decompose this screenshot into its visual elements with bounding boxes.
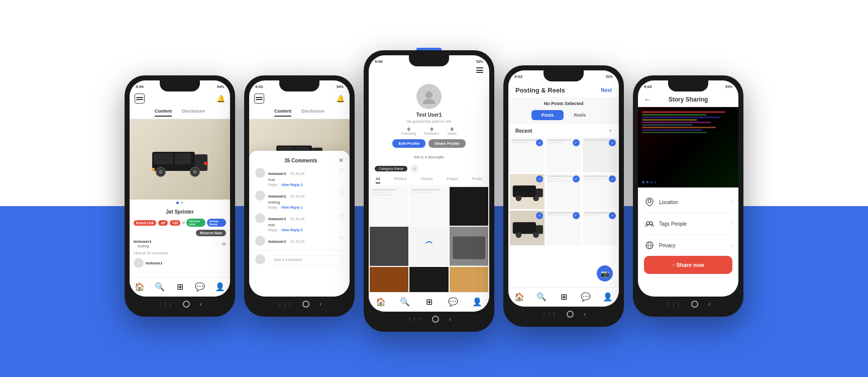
event-badge[interactable]: Event Link	[134, 220, 156, 226]
option-tags[interactable]: Tags People ›	[644, 213, 732, 235]
dropdown-icon-4[interactable]: ▾	[609, 127, 612, 134]
edit-profile-btn[interactable]: Edit Profile	[392, 139, 425, 148]
next-btn[interactable]: Next	[601, 87, 612, 93]
category-badge-3[interactable]: Category Name	[375, 166, 407, 171]
tab-content-1[interactable]: Content	[155, 109, 172, 117]
android-home-5[interactable]	[691, 301, 698, 308]
search-icon-4[interactable]: 🔍	[536, 292, 547, 302]
status-icons-3: 52%	[476, 60, 483, 63]
home-icon-4[interactable]: 🏠	[514, 292, 524, 302]
code-overlay	[638, 107, 738, 187]
posts-tab[interactable]: Posts	[531, 110, 564, 120]
android-home-4[interactable]	[567, 311, 574, 318]
grid-cell-9[interactable]: ✓	[583, 211, 617, 245]
bottom-nav-3: 🏠 🔍 ⊞ 💬 👤	[369, 292, 489, 312]
close-comments-btn[interactable]: ✕	[339, 157, 344, 164]
add-icon-1[interactable]: ⊞	[175, 281, 185, 292]
like-btn-2[interactable]: ♡	[339, 191, 344, 196]
tab-disclosure-2[interactable]: Disclosure	[301, 109, 324, 117]
android-menu-1[interactable]: ⋮⋮⋮	[158, 302, 173, 307]
like-btn-1[interactable]: ♡	[339, 168, 344, 173]
android-menu-4[interactable]: ⋮⋮⋮	[541, 312, 557, 317]
menu-icon-1[interactable]	[135, 93, 145, 104]
share-profile-btn[interactable]: Share Profile	[428, 139, 465, 148]
like-btn-3[interactable]: ♡	[339, 213, 344, 219]
profile-icon-4[interactable]: 👤	[603, 292, 613, 302]
home-icon-3[interactable]: 🏠	[376, 297, 386, 307]
android-home-1[interactable]	[183, 301, 190, 308]
comment-input-field[interactable]: Add a comment...	[268, 255, 344, 264]
bell-icon-1[interactable]: 🔔	[216, 95, 225, 103]
notch-2	[279, 80, 319, 91]
add-icon-3[interactable]: ⊞	[424, 297, 434, 307]
android-back-5[interactable]: ‹	[708, 301, 710, 308]
chat-icon-1[interactable]: 💬	[195, 281, 205, 292]
status-icons-5: 53%	[725, 85, 732, 88]
photo-cell-3	[450, 187, 488, 226]
profile-icon-3[interactable]: 👤	[472, 297, 482, 307]
grid-cell-7[interactable]: ✓	[510, 211, 545, 245]
view-comments-1[interactable]: View all 35 comments	[130, 250, 230, 256]
option-location[interactable]: Location ›	[644, 192, 732, 213]
profile-icon-1[interactable]: 👤	[215, 281, 225, 292]
comment-user-3: testuser1	[268, 217, 286, 221]
grid-cell-5[interactable]: ✓	[546, 174, 581, 209]
grid-cell-4[interactable]: ✓	[510, 174, 545, 209]
tab-photos[interactable]: Photos	[394, 176, 407, 183]
grid-cell-8[interactable]: ✓	[546, 211, 581, 245]
heart-icon-1[interactable]: ♡	[215, 241, 220, 247]
reply-btn-2[interactable]: Reply	[268, 206, 277, 209]
android-back-1[interactable]: ‹	[200, 301, 202, 308]
xfl-badge[interactable]: xfl	[158, 220, 167, 226]
location-chevron: ›	[730, 199, 732, 206]
search-icon-1[interactable]: 🔍	[155, 281, 165, 292]
home-icon-1[interactable]: 🏠	[135, 281, 145, 292]
tab-content-2[interactable]: Content	[274, 109, 291, 117]
hamburger-icon-3[interactable]	[476, 67, 483, 73]
reply-btn-3[interactable]: Reply	[268, 228, 277, 232]
view-reply-3[interactable]: View Reply 2	[281, 228, 303, 232]
view-reply-2[interactable]: View Reply 1	[281, 206, 303, 209]
option-privacy[interactable]: Privacy ›	[644, 235, 732, 256]
view-reply-1[interactable]: View Reply 2	[281, 183, 303, 186]
chat-icon-4[interactable]: 💬	[581, 292, 591, 302]
tab-posts[interactable]: Posts	[472, 176, 482, 183]
reels-tab[interactable]: Reels	[564, 110, 596, 120]
grid-cell-3[interactable]: ✓	[583, 138, 617, 172]
android-menu-2[interactable]: ⋮⋮⋮	[277, 302, 292, 307]
android-menu-3[interactable]: ⋮⋮⋮	[407, 317, 422, 322]
plus-badge[interactable]: +20	[170, 220, 181, 226]
add-icon-4[interactable]: ⊞	[559, 292, 569, 302]
camera-fab[interactable]: 📷	[597, 265, 613, 281]
grid-cell-1[interactable]: ✓	[510, 138, 545, 172]
like-btn-4[interactable]: ♡	[339, 236, 344, 241]
reserve-btn[interactable]: Reserve Now	[196, 230, 226, 236]
search-icon-3[interactable]: 🔍	[400, 297, 410, 307]
grid-cell-2[interactable]: ✓	[546, 138, 581, 172]
option-privacy-left: Privacy	[644, 240, 676, 251]
add-category-btn[interactable]: +	[410, 164, 418, 172]
android-menu-5[interactable]: ⋮⋮⋮	[666, 302, 681, 307]
android-home-2[interactable]	[302, 301, 309, 308]
android-home-3[interactable]	[432, 316, 439, 323]
share-now-btn[interactable]: ↑ Share now	[644, 256, 732, 274]
android-back-4[interactable]: ‹	[584, 311, 586, 318]
back-btn-5[interactable]: ←	[644, 96, 651, 104]
chat-icon-3[interactable]: 💬	[448, 297, 458, 307]
tab-videos[interactable]: Videos	[420, 176, 432, 183]
android-back-2[interactable]: ‹	[319, 301, 321, 308]
group-badge[interactable]: Group Name	[207, 219, 226, 227]
grid-cell-6[interactable]: ✓	[583, 174, 617, 209]
bell-icon-2[interactable]: 🔔	[336, 95, 345, 103]
service-badge[interactable]: Service Link	[186, 219, 205, 227]
story-title: Story Sharing	[655, 96, 721, 103]
reply-btn-1[interactable]: Reply	[268, 183, 277, 186]
no-posts-text: No Posts Selected	[512, 101, 615, 106]
svg-point-18	[425, 91, 432, 99]
tab-disclosure-1[interactable]: Disclosure	[182, 109, 205, 117]
tab-pages[interactable]: Pages	[447, 176, 459, 183]
tab-all[interactable]: All	[376, 176, 380, 183]
phone-top-indicator	[416, 48, 442, 50]
android-back-3[interactable]: ‹	[449, 316, 451, 323]
menu-icon-2[interactable]	[254, 93, 264, 104]
